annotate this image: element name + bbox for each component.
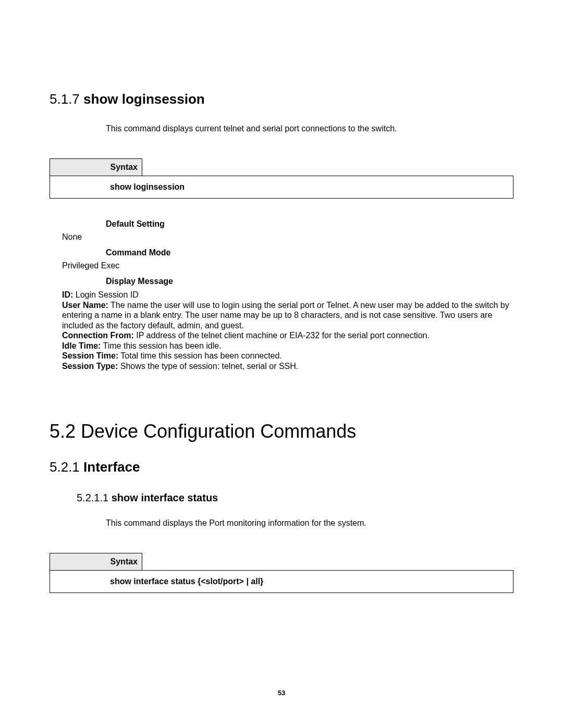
heading-5211: 5.2.1.1 show interface status [77, 492, 513, 504]
syntax-box: Syntax show interface status {<slot/port… [50, 553, 513, 593]
document-page: 5.1.7 show loginsession This command dis… [0, 0, 563, 593]
heading-title: Interface [83, 459, 140, 475]
dm-connection-from-label: Connection From: [62, 331, 134, 340]
syntax-box: Syntax show loginsession [50, 158, 513, 199]
dm-user-name-label: User Name: [62, 301, 108, 310]
display-message-block: ID: Login Session ID User Name: The name… [62, 290, 513, 371]
heading-number: 5.1.7 [50, 91, 80, 107]
display-message-label: Display Message [106, 277, 513, 286]
dm-user-name: User Name: The name the user will use to… [62, 300, 513, 331]
dm-session-type: Session Type: Shows the type of session:… [62, 361, 513, 372]
dm-session-type-label: Session Type: [62, 362, 118, 371]
dm-idle-time-label: Idle Time: [62, 341, 101, 350]
command-mode-label: Command Mode [106, 248, 513, 257]
dm-user-name-text: The name the user will use to login usin… [62, 301, 509, 330]
heading-52: 5.2 Device Configuration Commands [50, 421, 513, 442]
dm-id-label: ID: [62, 290, 73, 299]
dm-session-time-text: Total time this session has been connect… [118, 351, 282, 360]
command-mode-value: Privileged Exec [62, 261, 513, 270]
dm-connection-from: Connection From: IP address of the telne… [62, 330, 513, 341]
heading-517: 5.1.7 show loginsession [50, 91, 513, 107]
command-description: This command displays the Port monitorin… [106, 519, 513, 528]
heading-number: 5.2.1 [50, 459, 80, 475]
dm-connection-from-text: IP address of the telnet client machine … [134, 331, 430, 340]
heading-title: show interface status [112, 492, 218, 503]
heading-title: show loginsession [83, 91, 205, 107]
heading-521: 5.2.1 Interface [50, 459, 513, 475]
dm-idle-time-text: Time this session has been idle. [101, 341, 221, 350]
dm-session-time-label: Session Time: [62, 351, 118, 360]
dm-id-text: Login Session ID [73, 290, 138, 299]
dm-id: ID: Login Session ID [62, 290, 513, 300]
syntax-label: Syntax [50, 553, 142, 570]
default-setting-label: Default Setting [106, 219, 513, 229]
syntax-content: show loginsession [50, 176, 513, 199]
syntax-label: Syntax [50, 158, 142, 176]
command-description: This command displays current telnet and… [106, 124, 513, 133]
dm-session-type-text: Shows the type of session: telnet, seria… [118, 362, 298, 371]
default-setting-value: None [62, 232, 513, 242]
dm-idle-time: Idle Time: Time this session has been id… [62, 341, 513, 351]
page-number: 53 [0, 689, 563, 697]
heading-number: 5.2.1.1 [77, 492, 108, 503]
dm-session-time: Session Time: Total time this session ha… [62, 351, 513, 361]
syntax-content: show interface status {<slot/port> | all… [50, 570, 513, 593]
